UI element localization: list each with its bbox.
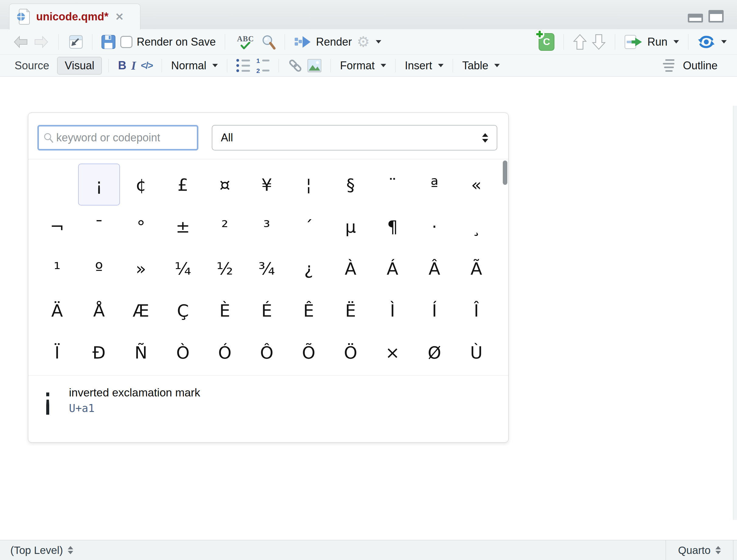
symbol-cell[interactable]: Ä (36, 289, 78, 331)
symbol-cell[interactable]: » (120, 247, 162, 289)
symbol-cell[interactable]: § (330, 164, 371, 206)
document-mode-selector[interactable]: Quarto (666, 540, 733, 560)
symbol-cell[interactable]: º (78, 247, 120, 289)
symbol-cell[interactable]: Ñ (120, 331, 162, 373)
image-icon (308, 59, 322, 72)
editor-canvas[interactable]: All ¡¢£¤¥¦§¨ª«¬¯°±²³´µ¶·¸¹º»¼½¾¿ÀÁÂÃÄÅÆÇ… (0, 77, 737, 540)
symbol-cell[interactable]: ¸ (455, 206, 497, 247)
symbol-cell[interactable]: Â (413, 247, 455, 289)
outline-toggle-button[interactable]: Outline (660, 59, 720, 72)
editor-tab-unicode[interactable]: unicode.qmd* ✕ (9, 4, 140, 29)
symbol-search-input[interactable] (56, 131, 192, 144)
symbol-cell[interactable]: ¬ (36, 206, 78, 247)
bold-icon: B (118, 59, 126, 72)
bold-button[interactable]: B (115, 59, 129, 72)
table-menu[interactable]: Table (460, 59, 502, 72)
symbol-cell[interactable]: À (330, 247, 371, 289)
back-button[interactable] (10, 35, 31, 49)
symbol-cell[interactable]: ¼ (162, 247, 204, 289)
symbol-cell[interactable]: Ã (455, 247, 497, 289)
render-options-button[interactable]: ⚙ (354, 35, 384, 49)
symbol-search-box[interactable] (37, 125, 198, 150)
bullet-list-button[interactable] (234, 59, 253, 72)
code-button[interactable]: </> (139, 60, 155, 71)
render-button[interactable]: Render (292, 35, 354, 49)
symbol-cell[interactable]: Ô (246, 331, 288, 373)
link-button[interactable] (286, 58, 305, 73)
symbol-cell[interactable]: ¯ (78, 206, 120, 247)
italic-button[interactable]: I (129, 58, 139, 73)
rerun-button[interactable] (695, 35, 729, 49)
symbol-cell[interactable]: Ê (288, 289, 330, 331)
symbol-cell[interactable]: Å (78, 289, 120, 331)
maximize-icon[interactable] (708, 10, 724, 22)
symbol-cell[interactable]: ª (413, 164, 455, 206)
go-previous-section-button[interactable] (570, 34, 589, 50)
source-mode-button[interactable]: Source (12, 59, 52, 72)
symbol-cell[interactable]: ³ (246, 206, 288, 247)
symbol-cell[interactable]: Ù (455, 331, 497, 373)
symbol-cell[interactable]: Á (371, 247, 413, 289)
symbol-cell[interactable]: Ï (36, 331, 78, 373)
symbol-cell[interactable]: Æ (120, 289, 162, 331)
symbol-cell[interactable]: ¶ (371, 206, 413, 247)
format-menu[interactable]: Format (338, 59, 388, 72)
paragraph-style-dropdown[interactable]: Normal (169, 59, 220, 72)
symbol-cell[interactable]: Î (455, 289, 497, 331)
symbol-grid-scrollbar[interactable] (503, 161, 507, 374)
symbol-cell[interactable]: ½ (204, 247, 246, 289)
symbol-cell[interactable]: Í (413, 289, 455, 331)
spellcheck-button[interactable]: ABC (232, 35, 259, 49)
editor-scroll-gutter[interactable] (733, 106, 737, 520)
scope-selector[interactable]: (Top Level) (0, 544, 84, 556)
symbol-cell[interactable] (36, 164, 78, 206)
symbol-cell[interactable]: µ (330, 206, 371, 247)
symbol-cell[interactable]: £ (162, 164, 204, 206)
down-arrow-icon (592, 34, 606, 50)
symbol-cell[interactable]: ¦ (288, 164, 330, 206)
tab-close-icon[interactable]: ✕ (115, 11, 124, 23)
symbol-cell[interactable]: Ø (413, 331, 455, 373)
find-replace-button[interactable] (259, 34, 278, 50)
symbol-cell-selected[interactable]: ¡ (78, 164, 120, 206)
symbol-cell[interactable]: Ö (330, 331, 371, 373)
symbol-cell[interactable]: ¢ (120, 164, 162, 206)
symbol-cell[interactable]: ± (162, 206, 204, 247)
minimize-icon[interactable] (688, 14, 703, 22)
symbol-cell[interactable]: ¾ (246, 247, 288, 289)
insert-menu[interactable]: Insert (402, 59, 446, 72)
symbol-category-select[interactable]: All (212, 125, 497, 150)
symbol-cell[interactable]: Ç (162, 289, 204, 331)
symbol-cell[interactable]: ° (120, 206, 162, 247)
symbol-cell[interactable]: « (455, 164, 497, 206)
symbol-cell[interactable]: ¥ (246, 164, 288, 206)
numbered-list-button[interactable]: 1 2 (253, 57, 272, 74)
forward-button[interactable] (31, 35, 52, 49)
symbol-cell[interactable]: × (371, 331, 413, 373)
symbol-cell[interactable]: ´ (288, 206, 330, 247)
symbol-cell[interactable]: · (413, 206, 455, 247)
symbol-cell[interactable]: É (246, 289, 288, 331)
render-on-save-toggle[interactable]: Render on Save (118, 36, 218, 48)
insert-chunk-button[interactable]: C (536, 33, 557, 51)
symbol-cell[interactable]: Ð (78, 331, 120, 373)
symbol-cell[interactable]: Ó (204, 331, 246, 373)
scrollbar-thumb[interactable] (503, 161, 507, 185)
image-button[interactable] (305, 59, 324, 72)
symbol-cell[interactable]: ¿ (288, 247, 330, 289)
go-next-section-button[interactable] (589, 34, 608, 50)
symbol-cell[interactable]: ¨ (371, 164, 413, 206)
run-button[interactable]: Run (622, 35, 681, 49)
symbol-cell[interactable]: È (204, 289, 246, 331)
visual-mode-button[interactable]: Visual (57, 57, 102, 74)
symbol-cell[interactable]: Ò (162, 331, 204, 373)
symbol-cell[interactable]: ² (204, 206, 246, 247)
open-in-window-button[interactable] (65, 35, 85, 49)
symbol-cell[interactable]: Ì (371, 289, 413, 331)
symbol-cell[interactable]: ¹ (36, 247, 78, 289)
render-on-save-checkbox[interactable] (120, 36, 133, 48)
symbol-cell[interactable]: Õ (288, 331, 330, 373)
symbol-cell[interactable]: ¤ (204, 164, 246, 206)
symbol-cell[interactable]: Ë (330, 289, 371, 331)
save-button[interactable] (99, 35, 118, 49)
